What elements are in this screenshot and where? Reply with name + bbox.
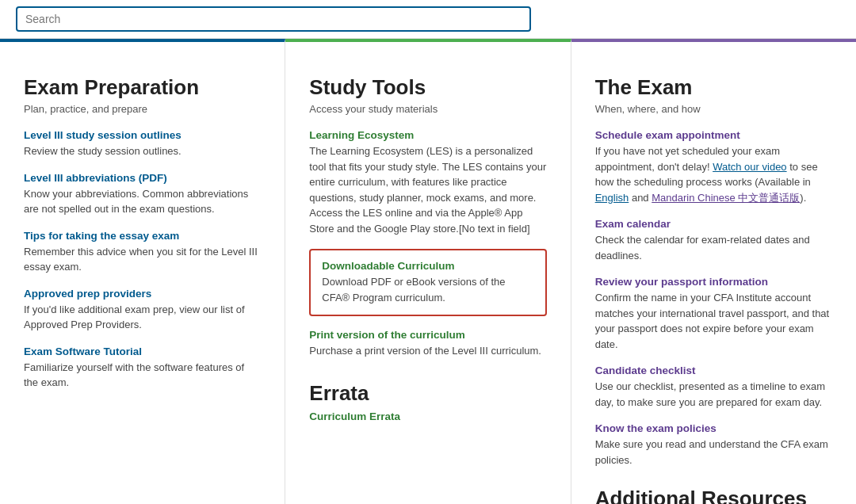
passport-info-link[interactable]: Review your passport information (595, 276, 832, 288)
top-bar (0, 0, 856, 39)
schedule-exam-desc: If you have not yet scheduled your exam … (595, 143, 832, 205)
candidate-checklist-desc: Use our checklist, presented as a timeli… (595, 379, 832, 410)
exam-preparation-column: Exam Preparation Plan, practice, and pre… (0, 39, 285, 504)
downloadable-curriculum-desc: Download PDF or eBook versions of the CF… (322, 274, 533, 305)
essay-tips-desc: Remember this advice when you sit for th… (24, 244, 261, 275)
exam-prep-title: Exam Preparation (24, 75, 261, 100)
study-session-outlines-link[interactable]: Level III study session outlines (24, 129, 261, 141)
curriculum-errata-link[interactable]: Curriculum Errata (309, 410, 546, 422)
prep-providers-link[interactable]: Approved prep providers (24, 288, 261, 300)
additional-resources-title: Additional Resources (595, 487, 832, 504)
errata-section: Errata Curriculum Errata (309, 381, 546, 422)
print-curriculum-desc: Purchase a print version of the Level II… (309, 343, 546, 359)
the-exam-column: The Exam When, where, and how Schedule e… (571, 39, 856, 504)
candidate-checklist-link[interactable]: Candidate checklist (595, 365, 832, 376)
search-input[interactable] (16, 6, 531, 32)
prep-providers-desc: If you'd like additional exam prep, view… (24, 302, 261, 333)
the-exam-title: The Exam (595, 75, 832, 100)
passport-info-desc: Confirm the name in your CFA Institute a… (595, 290, 832, 352)
abbreviations-link[interactable]: Level III abbreviations (PDF) (24, 172, 261, 184)
study-tools-title: Study Tools (309, 75, 546, 100)
main-content: Exam Preparation Plan, practice, and pre… (0, 39, 856, 504)
mandarin-link[interactable]: Mandarin Chinese 中文普通话版 (652, 192, 800, 204)
errata-title: Errata (309, 381, 546, 406)
print-curriculum-link[interactable]: Print version of the curriculum (309, 329, 546, 341)
software-tutorial-desc: Familiarize yourself with the software f… (24, 360, 261, 391)
exam-prep-subtitle: Plan, practice, and prepare (24, 103, 261, 115)
learning-ecosystem-desc: The Learning Ecosystem (LES) is a person… (309, 143, 546, 236)
schedule-exam-link[interactable]: Schedule exam appointment (595, 129, 832, 141)
schedule-exam-text-end: ). (800, 192, 806, 204)
study-tools-column: Study Tools Access your study materials … (285, 39, 571, 504)
abbreviations-desc: Know your abbreviations. Common abbrevia… (24, 186, 261, 217)
exam-policies-link[interactable]: Know the exam policies (595, 422, 832, 434)
english-link[interactable]: English (595, 192, 629, 204)
software-tutorial-link[interactable]: Exam Software Tutorial (24, 346, 261, 357)
exam-policies-desc: Make sure you read and understand the CF… (595, 437, 832, 468)
downloadable-curriculum-link[interactable]: Downloadable Curriculum (322, 260, 533, 272)
study-tools-subtitle: Access your study materials (309, 103, 546, 115)
learning-ecosystem-link[interactable]: Learning Ecosystem (309, 129, 546, 141)
the-exam-subtitle: When, where, and how (595, 103, 832, 115)
exam-calendar-desc: Check the calendar for exam-related date… (595, 232, 832, 263)
essay-tips-link[interactable]: Tips for taking the essay exam (24, 230, 261, 242)
study-session-outlines-desc: Review the study session outlines. (24, 143, 261, 159)
downloadable-curriculum-box: Downloadable Curriculum Download PDF or … (309, 249, 546, 316)
exam-calendar-link[interactable]: Exam calendar (595, 218, 832, 230)
watch-video-link[interactable]: Watch our video (713, 161, 786, 173)
schedule-exam-text-and: and (629, 192, 652, 204)
